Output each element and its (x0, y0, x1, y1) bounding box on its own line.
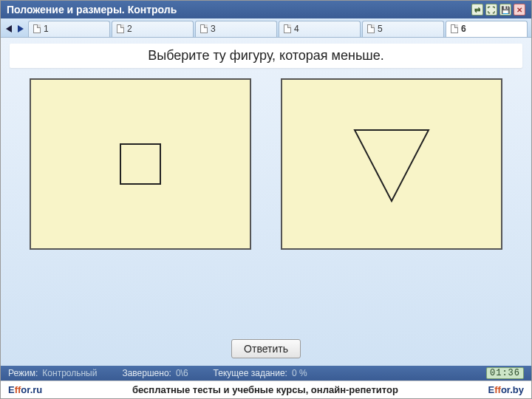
figure-options (10, 78, 522, 250)
page-icon (33, 24, 41, 33)
page-icon (117, 24, 124, 33)
tab-4[interactable]: 4 (279, 21, 361, 37)
mode-label: Режим: (8, 368, 38, 378)
tab-label: 2 (127, 24, 132, 34)
tab-label: 5 (378, 24, 383, 34)
brand-left[interactable]: Effor.ru (8, 384, 42, 395)
prev-arrow-icon[interactable] (4, 24, 15, 34)
svg-marker-1 (18, 25, 24, 33)
tab-6[interactable]: 6 (446, 21, 528, 37)
current-value: 0 % (292, 368, 307, 378)
footer: Effor.ru бесплатные тесты и учебные курс… (1, 381, 531, 398)
titlebar-buttons: ⇄ ⛶ 💾 ✕ (471, 4, 525, 16)
answer-button[interactable]: Ответить (231, 339, 301, 358)
close-icon[interactable]: ✕ (514, 4, 525, 16)
square-shape (120, 143, 161, 185)
brand-right[interactable]: Effor.by (488, 384, 524, 395)
svg-marker-0 (6, 25, 12, 33)
save-icon[interactable]: 💾 (499, 4, 511, 16)
page-icon (451, 24, 458, 33)
done-value: 0\6 (176, 368, 188, 378)
shuffle-icon[interactable]: ⇄ (471, 4, 483, 16)
tab-strip: 1 2 3 4 5 6 (1, 18, 531, 38)
tab-2[interactable]: 2 (112, 21, 194, 37)
maximize-icon[interactable]: ⛶ (485, 4, 497, 16)
tab-5[interactable]: 5 (362, 21, 444, 37)
mode-value: Контрольный (42, 368, 97, 378)
triangle-shape (340, 112, 443, 216)
page-icon (200, 24, 208, 33)
tab-3[interactable]: 3 (195, 21, 277, 37)
page-icon (284, 24, 291, 33)
app-window: Положение и размеры. Контроль ⇄ ⛶ 💾 ✕ 1 … (0, 0, 532, 399)
window-title: Положение и размеры. Контроль (7, 4, 177, 16)
svg-marker-2 (355, 130, 429, 201)
tab-1[interactable]: 1 (28, 21, 110, 37)
done-label: Завершено: (122, 368, 171, 378)
figure-option-triangle[interactable] (281, 78, 502, 250)
footer-tagline: бесплатные тесты и учебные курсы, онлайн… (42, 384, 488, 395)
question-text: Выберите ту фигуру, которая меньше. (10, 44, 522, 68)
titlebar: Положение и размеры. Контроль ⇄ ⛶ 💾 ✕ (1, 1, 531, 18)
timer-display: 01:36 (486, 367, 524, 379)
current-label: Текущее задание: (214, 368, 287, 378)
content-area: Выберите ту фигуру, которая меньше. Отве… (1, 38, 531, 366)
tab-label: 4 (294, 24, 299, 34)
answer-row: Ответить (231, 339, 301, 361)
tab-label: 1 (44, 24, 49, 34)
tab-label: 6 (461, 24, 466, 34)
figure-option-square[interactable] (30, 78, 251, 250)
next-arrow-icon[interactable] (16, 24, 27, 34)
status-bar: Режим: Контрольный Завершено: 0\6 Текуще… (1, 366, 531, 381)
tab-label: 3 (211, 24, 216, 34)
page-icon (367, 24, 375, 33)
